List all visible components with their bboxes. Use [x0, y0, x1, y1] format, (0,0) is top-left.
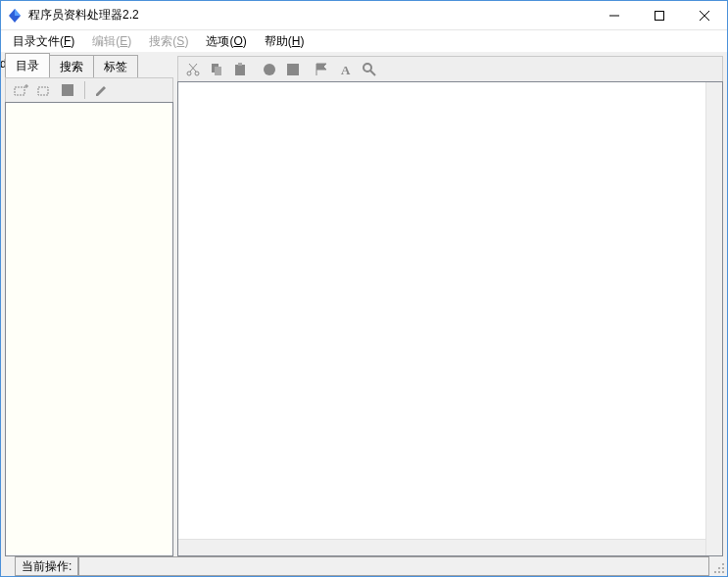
- svg-point-25: [718, 567, 720, 569]
- svg-text:A: A: [341, 63, 351, 77]
- svg-line-23: [370, 71, 375, 75]
- svg-point-26: [722, 567, 724, 569]
- menu-edit[interactable]: 编辑(E): [84, 31, 139, 52]
- left-panel: 目录 搜索 标签: [5, 56, 173, 556]
- circle-icon[interactable]: [261, 61, 278, 78]
- menu-search[interactable]: 搜索(S): [141, 31, 196, 52]
- tab-search[interactable]: 搜索: [49, 55, 94, 77]
- close-button[interactable]: [682, 1, 727, 30]
- svg-line-13: [190, 64, 197, 72]
- right-panel: A: [177, 56, 723, 556]
- directory-tree[interactable]: [5, 102, 173, 556]
- tab-directory[interactable]: 目录: [5, 53, 50, 77]
- cut-icon[interactable]: [184, 61, 202, 78]
- svg-rect-20: [287, 64, 299, 75]
- new-folder-icon[interactable]: [35, 81, 53, 99]
- svg-rect-6: [15, 87, 24, 95]
- zoom-icon[interactable]: [361, 61, 378, 78]
- editor-content[interactable]: [177, 81, 723, 556]
- edit-icon[interactable]: [93, 81, 111, 99]
- svg-rect-3: [655, 11, 664, 20]
- stop-icon[interactable]: [59, 81, 76, 99]
- left-toolbar: [5, 77, 173, 103]
- svg-point-27: [714, 571, 716, 573]
- svg-point-19: [264, 64, 275, 75]
- svg-rect-17: [235, 65, 245, 75]
- status-label-cell: 当前操作:: [15, 556, 78, 576]
- text-a-icon[interactable]: A: [337, 61, 355, 78]
- svg-rect-9: [38, 87, 48, 95]
- minimize-button[interactable]: [592, 1, 637, 30]
- svg-point-12: [195, 72, 199, 75]
- tab-tags[interactable]: 标签: [93, 55, 138, 77]
- svg-point-22: [364, 64, 371, 72]
- svg-point-24: [722, 563, 724, 565]
- menu-help[interactable]: 帮助(H): [257, 31, 313, 52]
- main-area: 目录 搜索 标签: [1, 52, 727, 556]
- paste-icon[interactable]: [231, 61, 249, 78]
- svg-point-11: [187, 72, 191, 75]
- status-label: 当前操作:: [22, 558, 72, 575]
- menu-options[interactable]: 选项(O): [198, 31, 254, 52]
- status-value-cell: [78, 556, 709, 576]
- svg-marker-1: [15, 9, 21, 16]
- resize-grip[interactable]: [709, 556, 727, 576]
- statusbar: 当前操作:: [1, 556, 727, 576]
- menubar: d 目录文件(F) 编辑(E) 搜索(S) 选项(O) 帮助(H): [1, 30, 727, 52]
- titlebar: 程序员资料处理器2.2: [1, 1, 727, 30]
- svg-rect-10: [62, 84, 73, 96]
- svg-point-29: [722, 571, 724, 573]
- flag-icon[interactable]: [314, 61, 331, 78]
- svg-point-28: [718, 571, 720, 573]
- svg-rect-18: [238, 63, 242, 66]
- left-tabs: 目录 搜索 标签: [5, 56, 173, 77]
- maximize-button[interactable]: [637, 1, 682, 30]
- editor-toolbar: A: [177, 56, 723, 81]
- window-controls: [592, 1, 727, 30]
- square-icon[interactable]: [284, 61, 302, 78]
- copy-icon[interactable]: [208, 61, 225, 78]
- svg-rect-16: [215, 67, 221, 75]
- app-icon: [7, 8, 23, 24]
- separator: [84, 81, 85, 99]
- svg-line-14: [189, 64, 196, 72]
- menu-file[interactable]: 目录文件(F): [5, 31, 82, 52]
- new-folder-plus-icon[interactable]: [12, 81, 29, 99]
- app-title: 程序员资料处理器2.2: [28, 7, 139, 24]
